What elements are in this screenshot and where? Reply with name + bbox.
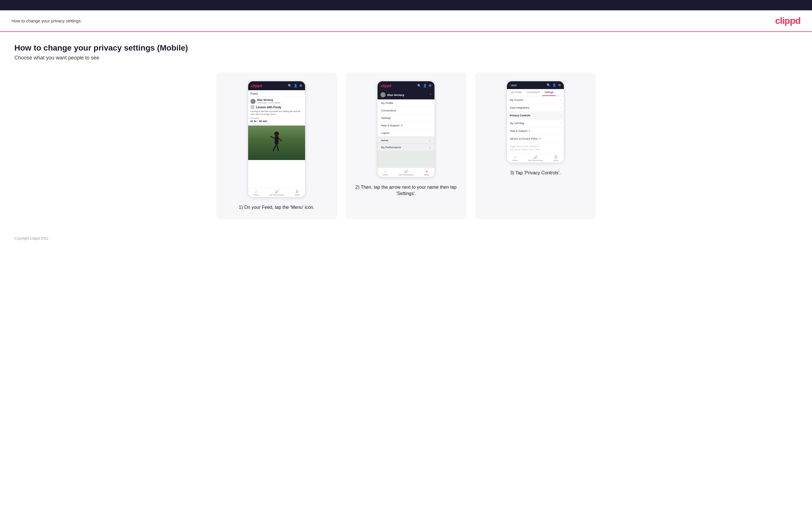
menu-item-logout[interactable]: Logout — [377, 129, 435, 137]
menu-item-connections[interactable]: Connections — [377, 107, 435, 114]
my-golf-bag-chevron: › — [560, 122, 561, 125]
nav-performance-label-1: My Performance — [269, 194, 284, 196]
settings-item-my-account[interactable]: My Account › — [507, 96, 564, 104]
page-subheading: Choose what you want people to see — [14, 55, 798, 61]
menu-user-name: Blair McHarg — [387, 93, 404, 97]
nav-menu-label-3: Menu — [554, 159, 559, 161]
menu-icon-3: ☰ — [554, 155, 558, 159]
phone-icons-3: 🔍 👤 ⚙ — [547, 83, 561, 87]
header-title: How to change your privacy settings — [11, 18, 81, 23]
feed-post: Blair McHarg Yesterday · Sunningdale Les… — [248, 97, 305, 125]
feed-lesson-title: Lesson with Fordy — [256, 106, 281, 109]
search-icon-3: 🔍 — [547, 83, 551, 87]
logo: clippd — [775, 15, 801, 26]
home-icon-2: ⌂ — [385, 169, 387, 173]
phone-body-1: Feed Blair McHarg Yesterday · Sunningdal… — [248, 90, 305, 188]
phone-header-2: clippd 🔍 👤 ⚙ — [377, 81, 435, 90]
nav-home-label-2: Home — [383, 174, 388, 176]
nav-performance-label-2: My Performance — [399, 174, 413, 176]
svg-line-2 — [273, 144, 276, 151]
step-card-2: clippd 🔍 👤 ⚙ Blair McHarg ⌃ — [346, 72, 466, 219]
data-integrations-label: Data Integrations — [510, 106, 529, 109]
page-heading: How to change your privacy settings (Mob… — [14, 43, 798, 53]
nav-menu-close-2[interactable]: ✕ Menu — [424, 169, 429, 176]
help-support-label: Help & Support ↗ — [510, 129, 530, 132]
step-card-3: ‹ Back 🔍 👤 ⚙ My Profile Connections Sett… — [475, 72, 596, 219]
footer: Copyright Clippd 2022 — [0, 231, 812, 246]
tab-settings[interactable]: Settings — [542, 89, 556, 96]
nav-menu-1: ☰ Menu — [295, 189, 300, 196]
search-icon: 🔍 — [288, 84, 292, 88]
nav-performance-2: 📈 My Performance — [399, 169, 413, 176]
feed-user-row: Blair McHarg Yesterday · Sunningdale — [250, 99, 303, 104]
main-content: How to change your privacy settings (Mob… — [0, 32, 812, 231]
phone-header-1: clippd 🔍 👤 ⚙ — [248, 81, 305, 90]
menu-chevron-up: ⌃ — [429, 93, 432, 97]
privacy-controls-chevron: › — [560, 114, 561, 117]
feed-duration-label: Duration — [250, 117, 303, 119]
menu-section-home-chevron: ⌄ — [429, 139, 431, 142]
step-card-1: clippd 🔍 👤 ⚙ Feed Blair McHarg — [216, 72, 337, 219]
svg-rect-6 — [269, 135, 270, 136]
nav-home-label-1: Home — [253, 194, 259, 196]
phone-nav-3: ⌂ Home 📈 My Performance ☰ Menu — [507, 153, 564, 163]
settings-item-my-golf-bag[interactable]: My Golf Bag › — [507, 119, 564, 127]
feed-lesson-row: Lesson with Fordy — [250, 105, 303, 109]
step-caption-3: 3) Tap 'Privacy Controls'. — [510, 170, 561, 176]
svg-rect-1 — [274, 136, 278, 144]
menu-overlay: Blair McHarg ⌃ My Profile Connections Se… — [377, 90, 435, 168]
settings-item-help-support[interactable]: Help & Support ↗ — [507, 127, 564, 135]
menu-user-row: Blair McHarg ⌃ — [377, 90, 435, 99]
feed-description: Looking to feel like my hands are exitin… — [250, 110, 303, 116]
menu-item-help[interactable]: Help & Support ↗ — [377, 122, 435, 129]
my-account-chevron: › — [560, 99, 561, 101]
settings-item-data-integrations[interactable]: Data Integrations › — [507, 104, 564, 112]
phone-mockup-1: clippd 🔍 👤 ⚙ Feed Blair McHarg — [248, 81, 305, 198]
svg-line-5 — [278, 138, 282, 141]
copyright: Copyright Clippd 2022 — [14, 236, 49, 240]
performance-icon: 📈 — [274, 189, 279, 193]
menu-icon: ☰ — [296, 189, 299, 193]
tab-connections[interactable]: Connections — [524, 89, 542, 96]
feed-label: Feed — [248, 90, 305, 97]
header: How to change your privacy settings clip… — [0, 10, 812, 32]
feed-user-info: Blair McHarg Yesterday · Sunningdale — [257, 99, 281, 104]
menu-user-avatar — [380, 92, 386, 97]
home-icon-3: ⌂ — [514, 155, 516, 159]
nav-home-2: ⌂ Home — [383, 169, 388, 176]
service-privacy-label: Service & Privacy Policy ↗ — [510, 137, 541, 140]
step-caption-1: 1) On your Feed, tap the 'Menu' icon. — [239, 204, 314, 211]
privacy-controls-label: Privacy Controls — [510, 114, 530, 117]
nav-home-3: ⌂ Home — [512, 155, 517, 161]
menu-section-home[interactable]: Home ⌄ — [377, 137, 435, 144]
data-integrations-chevron: › — [560, 106, 561, 109]
tab-my-profile[interactable]: My Profile — [509, 89, 524, 96]
menu-section-perf-chevron: ⌄ — [429, 146, 431, 149]
version-server: GQL Server Version: 2022.7.30-1 — [510, 148, 561, 151]
my-golf-bag-label: My Golf Bag — [510, 122, 524, 125]
feed-lesson-icon — [250, 105, 254, 109]
settings-item-service-privacy[interactable]: Service & Privacy Policy ↗ — [507, 135, 564, 143]
settings-icon: ⚙ — [299, 84, 302, 88]
profile-icon: 👤 — [294, 84, 298, 88]
svg-line-4 — [270, 136, 274, 138]
phone-logo-1: clippd — [251, 83, 262, 88]
settings-item-privacy-controls[interactable]: Privacy Controls › — [507, 112, 564, 119]
nav-menu-label-1: Menu — [295, 194, 300, 196]
settings-tabs: My Profile Connections Settings — [507, 89, 564, 96]
version-client: Clippd Client Version: 2022.8.3-3 — [510, 145, 561, 148]
menu-item-settings[interactable]: Settings — [377, 114, 435, 122]
phone-nav-2: ⌂ Home 📈 My Performance ✕ Menu — [377, 168, 435, 177]
feed-avatar — [250, 99, 256, 104]
nav-menu-3: ☰ Menu — [554, 155, 559, 161]
profile-icon-2: 👤 — [423, 84, 427, 88]
phone-nav-1: ⌂ Home 📈 My Performance ☰ Menu — [248, 188, 305, 197]
menu-item-profile[interactable]: My Profile — [377, 99, 435, 107]
menu-section-performance[interactable]: My Performance ⌄ — [377, 144, 435, 151]
nav-home-label-3: Home — [512, 159, 517, 161]
feed-username: Blair McHarg — [257, 99, 281, 101]
back-btn[interactable]: ‹ Back — [510, 84, 517, 87]
nav-performance-1: 📈 My Performance — [269, 189, 284, 196]
feed-image — [248, 125, 305, 160]
performance-icon-3: 📈 — [534, 155, 538, 159]
